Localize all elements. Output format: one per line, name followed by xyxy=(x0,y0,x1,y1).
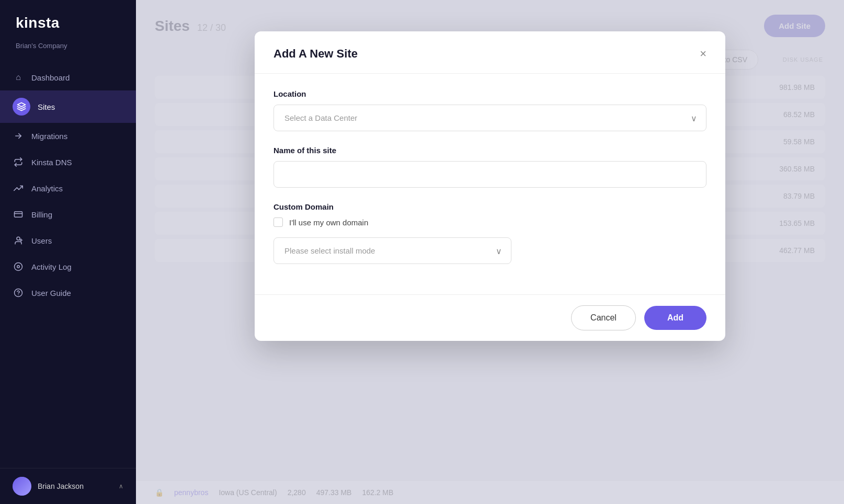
users-icon xyxy=(13,235,24,246)
install-mode-select-wrapper: Please select install mode ∨ xyxy=(273,237,511,264)
sidebar-item-label: Analytics xyxy=(31,184,63,193)
sidebar-item-label: Billing xyxy=(31,210,52,219)
install-mode-wrapper: Please select install mode ∨ xyxy=(273,237,511,264)
svg-rect-1 xyxy=(15,212,22,217)
avatar-image xyxy=(13,477,31,496)
sidebar-item-label: Users xyxy=(31,236,52,245)
sidebar: kinsta Brian's Company ⌂ Dashboard Sites xyxy=(0,0,136,504)
add-button[interactable]: Add xyxy=(644,306,706,330)
location-label: Location xyxy=(273,89,706,98)
cancel-button[interactable]: Cancel xyxy=(571,305,636,330)
company-name: Brian's Company xyxy=(0,42,136,60)
dns-icon xyxy=(13,156,24,168)
svg-marker-0 xyxy=(18,103,26,107)
analytics-icon xyxy=(13,182,24,194)
site-name-input[interactable] xyxy=(273,161,706,188)
modal-title: Add A New Site xyxy=(273,47,358,61)
own-domain-checkbox[interactable] xyxy=(273,217,283,227)
modal-close-button[interactable]: × xyxy=(700,48,706,60)
main-content: Sites 12 / 30 Add Site Export to CSV DIS… xyxy=(136,0,844,504)
sidebar-item-label: Migrations xyxy=(31,132,67,141)
user-profile[interactable]: Brian Jackson ∧ xyxy=(0,468,136,504)
data-center-select-wrapper: Select a Data Center ∨ xyxy=(273,105,706,131)
sidebar-item-migrations[interactable]: Migrations xyxy=(0,123,136,149)
sidebar-item-label: Kinsta DNS xyxy=(31,158,72,167)
sidebar-item-user-guide[interactable]: User Guide xyxy=(0,280,136,306)
site-name-label: Name of this site xyxy=(273,146,706,155)
sidebar-item-analytics[interactable]: Analytics xyxy=(0,175,136,201)
sidebar-item-label: Dashboard xyxy=(31,73,70,82)
migrations-icon xyxy=(13,130,24,142)
sidebar-item-kinsta-dns[interactable]: Kinsta DNS xyxy=(0,149,136,175)
custom-domain-label: Custom Domain xyxy=(273,202,706,211)
site-name-section: Name of this site xyxy=(273,146,706,188)
sidebar-item-dashboard[interactable]: ⌂ Dashboard xyxy=(0,64,136,90)
avatar xyxy=(13,477,31,496)
user-name: Brian Jackson xyxy=(38,482,112,490)
own-domain-label: I'll use my own domain xyxy=(289,218,368,227)
sites-icon xyxy=(13,98,30,116)
sidebar-nav: ⌂ Dashboard Sites Migrations xyxy=(0,60,136,468)
install-mode-select[interactable]: Please select install mode xyxy=(273,237,511,264)
modal-body: Location Select a Data Center ∨ Name of … xyxy=(255,74,725,294)
location-section: Location Select a Data Center ∨ xyxy=(273,89,706,131)
modal-header: Add A New Site × xyxy=(255,31,725,74)
activity-log-icon xyxy=(13,261,24,272)
sidebar-item-billing[interactable]: Billing xyxy=(0,201,136,227)
sidebar-item-label: Sites xyxy=(38,102,55,111)
svg-point-6 xyxy=(15,263,22,271)
sidebar-item-activity-log[interactable]: Activity Log xyxy=(0,254,136,280)
modal-overlay: Add A New Site × Location Select a Data … xyxy=(136,0,844,504)
custom-domain-section: Custom Domain I'll use my own domain Ple… xyxy=(273,202,706,264)
kinsta-logo: kinsta xyxy=(16,15,120,31)
data-center-select[interactable]: Select a Data Center xyxy=(273,105,706,131)
user-guide-icon xyxy=(13,287,24,299)
sidebar-item-label: User Guide xyxy=(31,289,71,297)
add-site-modal: Add A New Site × Location Select a Data … xyxy=(255,31,725,341)
modal-footer: Cancel Add xyxy=(255,294,725,341)
logo-area: kinsta xyxy=(0,0,136,42)
sidebar-item-users[interactable]: Users xyxy=(0,227,136,254)
chevron-up-icon: ∧ xyxy=(119,483,123,490)
billing-icon xyxy=(13,209,24,220)
sidebar-item-sites[interactable]: Sites xyxy=(0,90,136,123)
svg-point-7 xyxy=(17,266,20,268)
sidebar-item-label: Activity Log xyxy=(31,262,72,271)
own-domain-checkbox-row: I'll use my own domain xyxy=(273,217,706,227)
svg-point-3 xyxy=(17,237,20,240)
dashboard-icon: ⌂ xyxy=(13,72,24,83)
